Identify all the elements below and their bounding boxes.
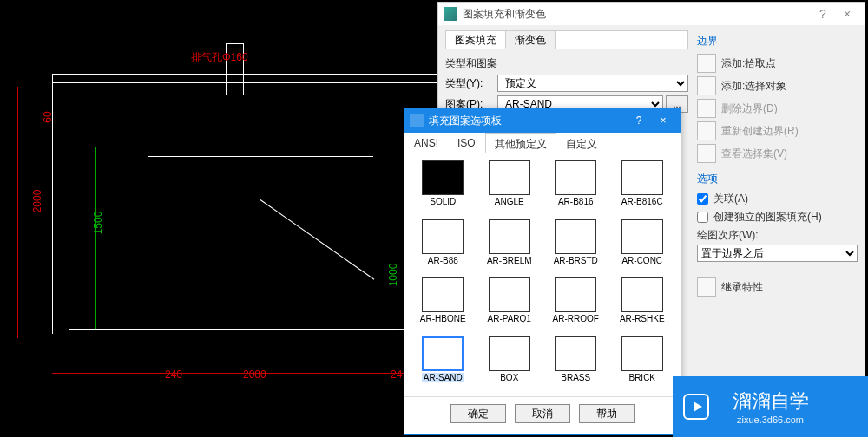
draw-order-select[interactable]: 置于边界之后 xyxy=(697,245,858,262)
pattern-swatch-brass[interactable]: BRASS xyxy=(544,336,608,390)
help-button[interactable]: ? xyxy=(811,7,835,21)
pattern-swatch-label: AR-PARQ1 xyxy=(478,314,542,323)
dim-240a: 240 xyxy=(165,369,182,381)
palette-close-button[interactable]: × xyxy=(651,114,675,127)
pattern-swatch-solid[interactable]: SOLID xyxy=(411,160,475,214)
inherit-icon xyxy=(697,277,716,297)
view-selection-label: 查看选择集(V) xyxy=(721,147,787,161)
recreate-boundary-icon xyxy=(697,121,716,140)
pattern-swatch-label: AR-BRELM xyxy=(478,256,542,265)
pattern-preview-icon xyxy=(422,160,464,195)
palette-titlebar[interactable]: 填充图案选项板 ? × xyxy=(404,108,681,133)
palette-tabs: ANSI ISO 其他预定义 自定义 xyxy=(404,133,681,153)
logo-url: zixue.3d66.com xyxy=(737,414,804,425)
palette-help-button[interactable]: ? xyxy=(627,114,651,127)
pattern-swatch-brick[interactable]: BRICK xyxy=(611,336,674,390)
pattern-preview-icon xyxy=(489,277,530,312)
group-type-pattern: 类型和图案 xyxy=(445,56,688,71)
pattern-swatch-ar-hbone[interactable]: AR-HBONE xyxy=(411,277,475,331)
recreate-boundary: 重新创建边界(R) xyxy=(697,121,858,140)
pattern-swatch-ar-rroof[interactable]: AR-RROOF xyxy=(544,277,608,331)
watermark-logo: 溜溜自学 zixue.3d66.com xyxy=(673,376,868,437)
pattern-swatch-ar-b88[interactable]: AR-B88 xyxy=(411,219,475,273)
pattern-swatch-label: AR-CONC xyxy=(611,256,674,265)
dim-1000: 1000 xyxy=(387,264,399,287)
dim-2000-bottom: 2000 xyxy=(243,369,266,381)
pattern-swatch-label: AR-RSHKE xyxy=(611,314,674,323)
pattern-preview-icon xyxy=(621,219,663,254)
app-icon xyxy=(444,7,457,21)
inherit-label: 继承特性 xyxy=(721,280,763,295)
pattern-preview-icon xyxy=(555,219,596,254)
pattern-swatch-ar-rshke[interactable]: AR-RSHKE xyxy=(611,277,674,331)
play-icon xyxy=(683,394,709,420)
add-select-label: 添加:选择对象 xyxy=(721,79,786,94)
associative-label: 关联(A) xyxy=(713,192,748,206)
pattern-swatch-ar-sand[interactable]: AR-SAND xyxy=(411,336,475,390)
pattern-preview-icon xyxy=(621,160,663,195)
pattern-preview-icon xyxy=(489,160,530,195)
pattern-swatch-label: SOLID xyxy=(411,197,475,206)
pattern-swatch-label: BRICK xyxy=(611,373,674,382)
add-select-objects[interactable]: 添加:选择对象 xyxy=(697,76,858,95)
dim-240b: 24 xyxy=(391,369,402,381)
pattern-preview-icon xyxy=(555,336,596,371)
pattern-swatch-label: AR-SAND xyxy=(422,373,464,382)
pattern-swatch-label: BRASS xyxy=(544,373,608,382)
type-label: 类型(Y): xyxy=(445,76,497,91)
dim-1500-left: 1500 xyxy=(92,212,104,235)
palette-title: 填充图案选项板 xyxy=(429,114,502,128)
dim-2000-left: 2000 xyxy=(31,190,43,213)
pattern-palette-dialog: 填充图案选项板 ? × ANSI ISO 其他预定义 自定义 SOLIDANGL… xyxy=(404,108,681,435)
inherit-properties[interactable]: 继承特性 xyxy=(697,277,858,297)
boundary-title: 边界 xyxy=(697,34,858,49)
view-selection: 查看选择集(V) xyxy=(697,144,858,163)
add-pick-label: 添加:拾取点 xyxy=(721,56,776,71)
tab-hatch[interactable]: 图案填充 xyxy=(446,31,506,49)
pattern-swatch-label: AR-HBONE xyxy=(411,314,475,323)
pattern-swatch-label: AR-BRSTD xyxy=(544,256,608,265)
pattern-swatch-label: BOX xyxy=(478,373,542,382)
separate-hatch-checkbox[interactable] xyxy=(697,212,708,223)
hatch-dialog-title: 图案填充和渐变色 xyxy=(463,7,546,22)
pattern-swatch-ar-conc[interactable]: AR-CONC xyxy=(611,219,674,273)
recreate-boundary-label: 重新创建边界(R) xyxy=(721,124,799,139)
pattern-preview-icon xyxy=(555,277,596,312)
type-select[interactable]: 预定义 xyxy=(497,75,688,92)
pattern-preview-icon xyxy=(621,277,663,312)
pattern-swatch-ar-b816[interactable]: AR-B816 xyxy=(544,160,608,214)
pattern-swatch-angle[interactable]: ANGLE xyxy=(478,160,542,214)
dim-60: 60 xyxy=(42,111,54,122)
pattern-swatch-ar-b816c[interactable]: AR-B816C xyxy=(611,160,674,214)
close-button[interactable]: × xyxy=(835,7,859,21)
tab-gradient[interactable]: 渐变色 xyxy=(506,31,556,49)
pattern-swatch-label: ANGLE xyxy=(478,197,542,206)
help-button-bottom[interactable]: 帮助 xyxy=(579,404,635,423)
remove-boundary-label: 删除边界(D) xyxy=(721,101,778,116)
pattern-swatch-ar-brelm[interactable]: AR-BRELM xyxy=(478,219,542,273)
pattern-grid: SOLIDANGLEAR-B816AR-B816CAR-B88AR-BRELMA… xyxy=(404,153,681,396)
add-pick-points[interactable]: 添加:拾取点 xyxy=(697,54,858,73)
pattern-swatch-ar-parq1[interactable]: AR-PARQ1 xyxy=(478,277,542,331)
pattern-preview-icon xyxy=(422,219,464,254)
hatch-dialog-titlebar[interactable]: 图案填充和渐变色 ? × xyxy=(438,3,865,25)
view-selection-icon xyxy=(697,144,716,163)
label-vent: 排气孔Φ160 xyxy=(191,50,248,65)
ok-button[interactable]: 确定 xyxy=(450,404,506,423)
remove-boundary-icon xyxy=(697,99,716,118)
tab-custom[interactable]: 自定义 xyxy=(556,133,607,153)
pattern-preview-icon xyxy=(489,336,530,371)
associative-checkbox[interactable] xyxy=(697,193,708,205)
select-objects-icon xyxy=(697,76,716,95)
tab-other-predefined[interactable]: 其他预定义 xyxy=(485,133,556,153)
cancel-button[interactable]: 取消 xyxy=(515,404,570,423)
tab-iso[interactable]: ISO xyxy=(448,133,485,153)
separate-hatch-label: 创建独立的图案填充(H) xyxy=(713,210,822,225)
tab-ansi[interactable]: ANSI xyxy=(404,133,448,153)
remove-boundary: 删除边界(D) xyxy=(697,99,858,118)
pattern-preview-icon xyxy=(489,219,530,254)
pattern-swatch-ar-brstd[interactable]: AR-BRSTD xyxy=(544,219,608,273)
draw-order-label: 绘图次序(W): xyxy=(697,228,858,243)
pattern-swatch-box[interactable]: BOX xyxy=(478,336,542,390)
palette-app-icon xyxy=(410,114,424,127)
